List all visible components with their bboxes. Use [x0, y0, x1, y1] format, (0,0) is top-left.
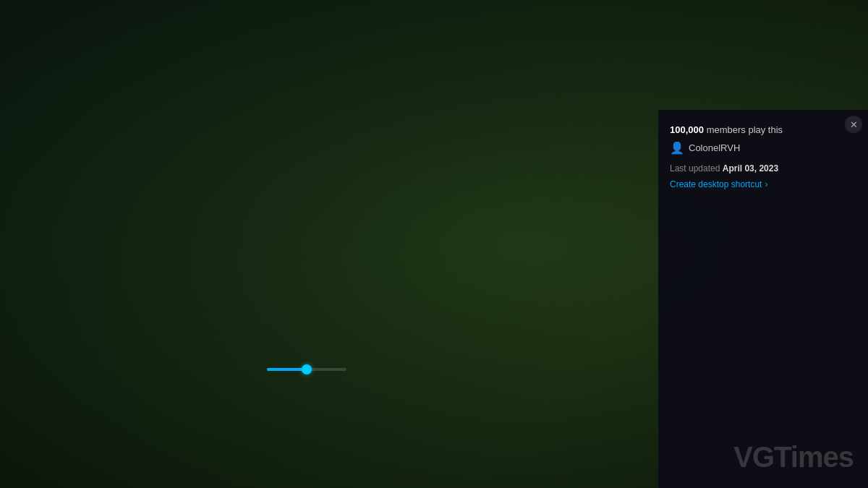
shortcut-arrow-icon: › — [765, 179, 767, 189]
info-content: 100,000 members play this 👤 ColonelRVH L… — [658, 110, 868, 204]
members-count: 100,000 — [670, 124, 704, 135]
create-shortcut-text: Create desktop shortcut — [670, 179, 762, 189]
info-updated: Last updated April 03, 2023 — [670, 163, 856, 174]
info-panel: ✕ 100,000 members play this 👤 ColonelRVH… — [658, 110, 868, 488]
create-shortcut-link[interactable]: Create desktop shortcut › — [670, 179, 856, 189]
info-members: 100,000 members play this — [670, 124, 856, 135]
members-play-label: members play this — [707, 124, 783, 135]
info-user: 👤 ColonelRVH — [670, 141, 856, 155]
game-speed-slider-track[interactable] — [267, 368, 346, 371]
last-updated-label: Last updated — [670, 163, 720, 174]
close-info-button[interactable]: ✕ — [845, 116, 862, 133]
user-avatar-icon: 👤 — [670, 141, 684, 155]
slider-thumb[interactable] — [302, 364, 312, 374]
info-username: ColonelRVH — [689, 142, 740, 153]
slider-fill — [267, 368, 307, 371]
last-updated-date: April 03, 2023 — [723, 163, 778, 174]
